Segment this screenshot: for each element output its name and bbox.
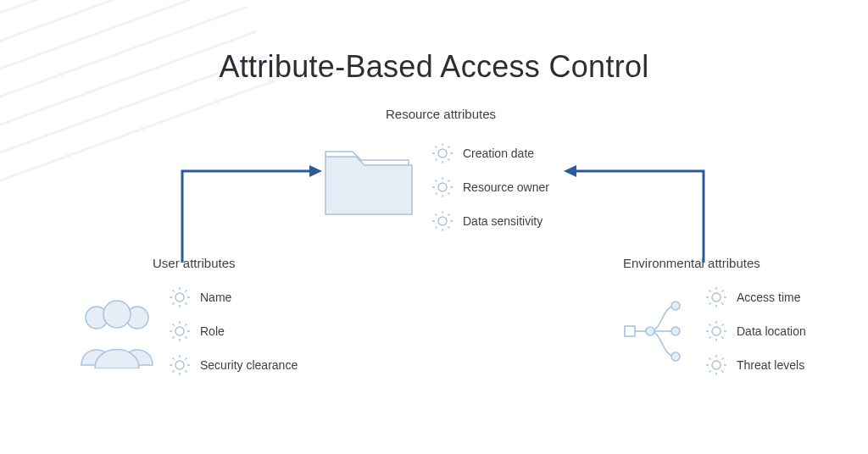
arrow-env-to-resource	[559, 161, 712, 271]
list-item: Access time	[704, 285, 806, 309]
svg-marker-17	[309, 165, 322, 177]
environmental-attributes-label: Environmental attributes	[623, 256, 868, 270]
gear-icon	[431, 209, 454, 233]
svg-point-16	[712, 361, 721, 369]
user-attributes-label: User attributes	[153, 256, 322, 270]
gear-icon	[168, 285, 192, 309]
list-item: Role	[168, 319, 298, 343]
svg-point-10	[646, 327, 654, 335]
arrow-user-to-resource	[174, 161, 326, 271]
attr-label: Threat levels	[737, 358, 804, 372]
list-item: Threat levels	[704, 353, 806, 377]
user-attributes-list: Name Role Security clearance	[168, 280, 298, 382]
attr-label: Name	[200, 291, 231, 304]
list-item: Resource owner	[431, 175, 549, 199]
svg-rect-9	[625, 326, 635, 336]
gear-icon	[704, 353, 728, 377]
svg-point-6	[175, 293, 184, 302]
svg-point-2	[438, 217, 447, 225]
attr-label: Data location	[737, 324, 806, 338]
page-title: Attribute-Based Access Control	[0, 49, 868, 85]
attr-label: Data sensitivity	[463, 214, 542, 228]
list-item: Data sensitivity	[431, 209, 549, 233]
gear-icon	[431, 175, 454, 199]
svg-point-15	[712, 327, 721, 335]
list-item: Name	[168, 285, 298, 309]
list-item: Security clearance	[168, 353, 298, 377]
resource-attributes-list: Creation date Resource owner Data sensit…	[431, 136, 549, 238]
svg-point-8	[175, 361, 184, 369]
gear-icon	[704, 285, 728, 309]
svg-point-13	[671, 352, 680, 361]
list-item: Creation date	[431, 141, 549, 165]
gear-icon	[168, 319, 192, 343]
resource-attributes-section: Resource attributes Creation date Resour…	[322, 107, 559, 238]
gear-icon	[704, 319, 728, 343]
svg-point-5	[103, 301, 131, 328]
svg-point-7	[175, 327, 184, 335]
environmental-attributes-list: Access time Data location Threat levels	[704, 280, 806, 382]
attr-label: Security clearance	[200, 358, 298, 372]
users-icon	[76, 296, 158, 368]
attr-label: Access time	[737, 291, 800, 304]
attr-label: Role	[200, 324, 225, 338]
svg-point-0	[438, 149, 447, 158]
svg-point-12	[671, 327, 680, 335]
svg-point-11	[671, 302, 680, 310]
svg-marker-18	[564, 165, 576, 177]
resource-attributes-label: Resource attributes	[322, 107, 559, 121]
gear-icon	[431, 141, 454, 165]
user-attributes-section: User attributes Name Role Se	[76, 256, 322, 382]
list-item: Data location	[704, 319, 806, 343]
svg-point-1	[438, 183, 447, 191]
attr-label: Creation date	[463, 147, 534, 160]
decision-tree-icon	[623, 296, 694, 368]
gear-icon	[168, 353, 192, 377]
svg-point-14	[712, 293, 721, 302]
attr-label: Resource owner	[463, 180, 549, 194]
environmental-attributes-section: Environmental attributes Access time	[623, 256, 868, 382]
folder-icon	[322, 141, 415, 219]
